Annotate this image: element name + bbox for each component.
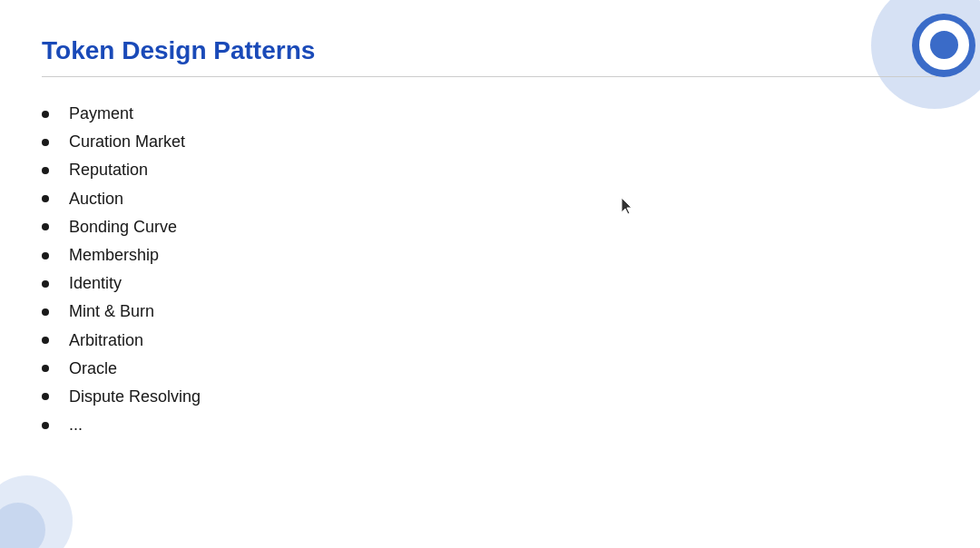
bullet-dot-icon [42,167,49,174]
bullet-dot-icon [42,111,49,118]
list-item: Auction [42,188,938,210]
bullet-list: PaymentCuration MarketReputationAuctionB… [42,103,938,436]
slide-container: Token Design Patterns PaymentCuration Ma… [0,0,980,548]
list-item-label: ... [69,414,83,436]
bullet-dot-icon [42,393,49,400]
list-item-label: Payment [69,103,133,125]
list-item: Dispute Resolving [42,386,938,408]
title-divider [42,76,938,77]
list-item-label: Auction [69,188,123,210]
bullet-dot-icon [42,422,49,429]
bullet-dot-icon [42,365,49,372]
bullet-dot-icon [42,308,49,316]
bullet-dot-icon [42,252,49,259]
list-item: Arbitration [42,329,938,352]
bullet-dot-icon [42,195,49,202]
list-item-label: Dispute Resolving [69,386,201,408]
main-content: Token Design Patterns PaymentCuration Ma… [42,36,938,442]
list-item-label: Curation Market [69,131,185,153]
slide-title: Token Design Patterns [42,36,938,65]
list-item-label: Oracle [69,357,117,380]
list-item: Reputation [42,159,938,181]
deco-bottom-left [0,475,73,548]
bullet-dot-icon [42,337,49,344]
list-item: Curation Market [42,131,938,153]
list-item: Membership [42,244,938,267]
list-item-label: Arbitration [69,329,143,352]
list-item-label: Reputation [69,159,148,181]
list-item: Mint & Burn [42,300,938,323]
bullet-dot-icon [42,139,49,146]
list-item: Payment [42,103,938,125]
list-item-label: Identity [69,272,122,295]
list-item-label: Membership [69,244,159,267]
list-item: Identity [42,272,938,295]
list-item-label: Bonding Curve [69,216,177,239]
list-item: Oracle [42,357,938,380]
list-item-label: Mint & Burn [69,300,154,323]
list-item: ... [42,414,938,436]
bullet-dot-icon [42,280,49,288]
bullet-dot-icon [42,223,49,230]
list-item: Bonding Curve [42,216,938,239]
